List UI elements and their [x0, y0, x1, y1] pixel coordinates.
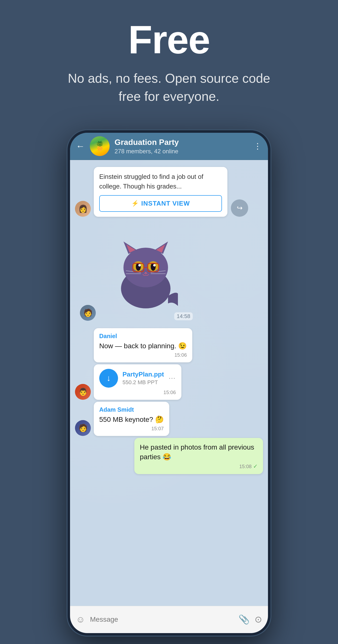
hero-subtitle: No ads, no fees. Open source code free f…: [58, 69, 280, 106]
instant-view-card: Einstein struggled to find a job out of …: [94, 167, 227, 217]
file-meta: 550.2 MB PPT: [122, 379, 164, 386]
message-timestamp: 15:07: [99, 426, 164, 432]
iv-preview-text: Einstein struggled to find a job out of …: [99, 172, 222, 191]
group-avatar: 🍍: [90, 136, 110, 156]
svg-point-11: [153, 264, 156, 266]
cat-sticker: [114, 232, 178, 311]
message-bubble: Adam Smidt 550 MB keynote? 🤔 15:07: [94, 402, 169, 436]
phone-frame: ← 🍍 Graduation Party 278 members, 42 onl…: [67, 130, 271, 636]
file-row: ↓ PartyPlan.ppt 550.2 MB PPT ⋯: [99, 369, 176, 388]
group-name: Graduation Party: [115, 138, 249, 147]
message-row: 👩 Einstein struggled to find a job out o…: [75, 167, 263, 217]
avatar: 🧑: [75, 420, 91, 436]
svg-point-9: [151, 263, 156, 271]
message-timestamp: 15:06: [99, 352, 187, 358]
file-bubble: ↓ PartyPlan.ppt 550.2 MB PPT ⋯ 15:06: [94, 364, 181, 400]
phone-wrapper: ← 🍍 Graduation Party 278 members, 42 onl…: [67, 130, 271, 636]
file-info: PartyPlan.ppt 550.2 MB PPT: [122, 370, 164, 386]
file-more-button[interactable]: ⋯: [169, 374, 176, 382]
message-text: Now — back to planning. 😉: [99, 341, 187, 351]
camera-button[interactable]: ⊙: [255, 614, 262, 625]
hero-title: Free: [128, 20, 210, 60]
group-avatar-image: 🍍: [90, 136, 110, 156]
download-icon: ↓: [107, 373, 111, 383]
avatar: 👨: [75, 384, 91, 400]
message-check-icon: ✓: [253, 463, 258, 470]
instant-view-bubble: Einstein struggled to find a job out of …: [94, 167, 227, 217]
sender-name: Adam Smidt: [99, 406, 164, 413]
timestamp-value: 15:08: [239, 464, 252, 470]
chat-area: 👩 Einstein struggled to find a job out o…: [70, 160, 268, 606]
input-bar: ☺ 📎 ⊙: [70, 606, 268, 633]
avatar: 👩: [75, 201, 91, 217]
group-info: Graduation Party 278 members, 42 online: [115, 138, 249, 155]
message-row: 👨 ↓ PartyPlan.ppt 550.2 MB PPT ⋯ 15:06: [75, 364, 263, 400]
sticker-area: A = πr² V = l³ s = √(r² + h²) A = πr² + …: [94, 219, 198, 323]
svg-point-10: [138, 264, 141, 266]
iv-button-label: INSTANT VIEW: [141, 200, 190, 207]
svg-point-8: [136, 263, 141, 271]
message-text: He pasted in photos from all previous pa…: [140, 442, 258, 462]
instant-view-button[interactable]: ⚡ INSTANT VIEW: [99, 195, 222, 212]
file-timestamp: 15:06: [99, 390, 176, 395]
back-button[interactable]: ←: [76, 141, 85, 151]
message-text: 550 MB keynote? 🤔: [99, 415, 164, 424]
more-button[interactable]: ⋮: [254, 142, 262, 151]
emoji-button[interactable]: ☺: [76, 614, 85, 625]
group-members: 278 members, 42 online: [115, 148, 249, 155]
sender-name: Daniel: [99, 333, 187, 340]
forward-icon: ↪: [237, 204, 243, 212]
sticker-message-row: 🧑 A = πr² V = l³ s = √(r² + h²) A = πr² …: [75, 219, 263, 323]
outgoing-message-bubble: He pasted in photos from all previous pa…: [134, 438, 263, 474]
hero-section: Free No ads, no fees. Open source code f…: [0, 0, 338, 120]
file-download-button[interactable]: ↓: [99, 369, 118, 388]
attachment-button[interactable]: 📎: [239, 614, 250, 625]
message-row: Daniel Now — back to planning. 😉 15:06: [75, 328, 263, 362]
avatar: 🧑: [80, 305, 96, 321]
chat-header: ← 🍍 Graduation Party 278 members, 42 onl…: [70, 133, 268, 160]
sticker-timestamp: 14:58: [174, 312, 193, 320]
forward-button[interactable]: ↪: [231, 200, 248, 217]
file-name: PartyPlan.ppt: [122, 370, 164, 378]
message-input[interactable]: [90, 612, 234, 627]
message-row: He pasted in photos from all previous pa…: [75, 438, 263, 474]
lightning-icon: ⚡: [131, 200, 139, 207]
message-row: 🧑 Adam Smidt 550 MB keynote? 🤔 15:07: [75, 402, 263, 436]
message-timestamp: 15:08 ✓: [140, 463, 258, 470]
message-bubble: Daniel Now — back to planning. 😉 15:06: [94, 328, 192, 362]
